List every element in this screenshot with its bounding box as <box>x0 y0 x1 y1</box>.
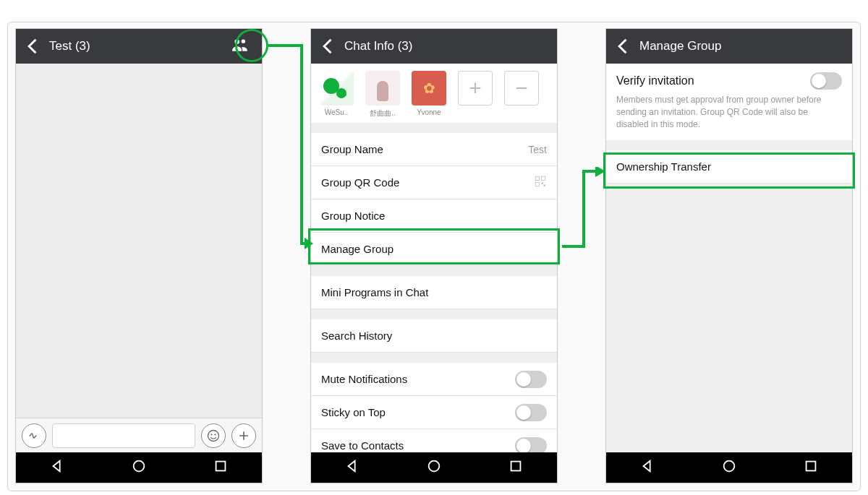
row-label: Mute Notifications <box>321 373 407 385</box>
android-navbar <box>606 452 852 483</box>
toggle-off-icon[interactable] <box>515 371 547 388</box>
member-name: WeSu.. <box>325 108 349 116</box>
row-mute[interactable]: Mute Notifications <box>311 363 557 396</box>
row-label: Manage Group <box>321 243 393 255</box>
svg-rect-4 <box>216 462 226 471</box>
row-mini-programs[interactable]: Mini Programs in Chat <box>311 276 557 309</box>
minus-icon: − <box>504 71 539 106</box>
row-label: Group Notice <box>321 210 385 222</box>
add-member-button[interactable]: + <box>454 71 496 119</box>
tutorial-arrow-1 <box>265 43 316 252</box>
android-navbar <box>16 452 262 483</box>
nav-recent-icon[interactable] <box>803 458 819 477</box>
member-name: Yvonne <box>417 108 441 116</box>
chat-members-button[interactable] <box>226 29 255 64</box>
nav-recent-icon[interactable] <box>213 458 229 477</box>
member-grid: WeSu.. 舒曲曲.. Yvonne + − <box>311 64 557 123</box>
row-value: Test <box>528 144 547 155</box>
row-group-name[interactable]: Group Name Test <box>311 133 557 166</box>
phone-chat-info: Chat Info (3) WeSu.. 舒曲曲.. Yvonne + <box>310 28 558 483</box>
row-ownership-transfer[interactable]: Ownership Transfer <box>606 150 852 184</box>
android-navbar <box>311 452 557 483</box>
remove-member-button[interactable]: − <box>501 71 542 119</box>
row-label: Save to Contacts <box>321 439 404 452</box>
nav-recent-icon[interactable] <box>508 458 524 477</box>
svg-point-10 <box>429 461 440 472</box>
separator <box>311 353 557 363</box>
nav-home-icon[interactable] <box>426 458 442 477</box>
row-group-notice[interactable]: Group Notice <box>311 199 557 233</box>
manage-body: Verify invitation Members must get appro… <box>606 64 852 452</box>
plus-icon: + <box>458 71 493 106</box>
avatar <box>319 71 354 106</box>
plus-icon[interactable] <box>231 423 256 448</box>
message-input[interactable] <box>52 423 195 448</box>
qr-icon <box>534 175 547 190</box>
svg-rect-7 <box>535 183 539 186</box>
row-group-qr[interactable]: Group QR Code <box>311 166 557 199</box>
chatinfo-body: WeSu.. 舒曲曲.. Yvonne + − Grou <box>311 64 557 452</box>
tutorial-stage: Test (3) <box>7 22 861 491</box>
row-label: Group Name <box>321 143 383 155</box>
people-icon <box>231 35 250 57</box>
avatar <box>365 71 400 106</box>
chat-title: Test (3) <box>49 39 90 53</box>
nav-home-icon[interactable] <box>131 458 147 477</box>
chatinfo-title: Chat Info (3) <box>344 39 413 53</box>
member-item[interactable]: Yvonne <box>408 71 450 119</box>
svg-rect-11 <box>511 462 521 471</box>
svg-rect-5 <box>535 176 539 180</box>
separator <box>311 309 557 319</box>
nav-home-icon[interactable] <box>721 458 737 477</box>
verify-description: Members must get approval from group own… <box>616 94 842 130</box>
svg-rect-6 <box>542 176 545 180</box>
member-item[interactable]: 舒曲曲.. <box>362 71 404 119</box>
member-item[interactable]: WeSu.. <box>315 71 357 119</box>
manage-title: Manage Group <box>639 39 721 53</box>
svg-point-12 <box>724 461 735 472</box>
back-icon[interactable] <box>23 36 43 56</box>
chat-body <box>16 64 262 452</box>
row-label: Mini Programs in Chat <box>321 286 428 298</box>
back-icon[interactable] <box>318 36 339 56</box>
svg-rect-13 <box>807 462 816 471</box>
svg-rect-9 <box>544 185 545 186</box>
row-search-history[interactable]: Search History <box>311 319 557 353</box>
svg-point-0 <box>208 430 219 441</box>
tutorial-arrow-2 <box>559 167 610 254</box>
row-label: Search History <box>321 330 392 342</box>
toggle-off-icon[interactable] <box>810 72 842 90</box>
phone-manage-group: Manage Group Verify invitation Members m… <box>605 28 853 483</box>
row-label: Ownership Transfer <box>616 160 711 173</box>
separator <box>311 266 557 276</box>
toggle-off-icon[interactable] <box>515 437 547 453</box>
manage-header: Manage Group <box>606 29 852 64</box>
verify-invitation-block: Verify invitation Members must get appro… <box>606 64 852 140</box>
svg-point-3 <box>134 461 145 472</box>
toggle-off-icon[interactable] <box>515 404 547 421</box>
phone-chat: Test (3) <box>15 28 263 483</box>
separator <box>311 123 557 133</box>
row-manage-group[interactable]: Manage Group <box>311 233 557 266</box>
back-icon[interactable] <box>613 36 634 56</box>
separator <box>606 140 852 150</box>
chat-header: Test (3) <box>16 29 262 64</box>
nav-back-icon[interactable] <box>344 458 360 477</box>
member-name: 舒曲曲.. <box>370 108 396 119</box>
row-save-contacts[interactable]: Save to Contacts <box>311 429 557 452</box>
row-label: Sticky on Top <box>321 406 386 418</box>
voice-input-icon[interactable] <box>22 423 46 448</box>
chatinfo-header: Chat Info (3) <box>311 29 557 64</box>
nav-back-icon[interactable] <box>49 458 65 477</box>
emoji-icon[interactable] <box>201 423 226 448</box>
nav-back-icon[interactable] <box>639 458 655 477</box>
chat-input-bar <box>16 418 262 452</box>
svg-rect-8 <box>542 183 543 184</box>
chat-messages-area[interactable] <box>16 64 262 418</box>
row-label: Group QR Code <box>321 176 399 189</box>
svg-point-1 <box>210 434 212 435</box>
avatar <box>412 71 446 106</box>
row-sticky[interactable]: Sticky on Top <box>311 396 557 429</box>
svg-point-2 <box>214 434 216 435</box>
verify-label: Verify invitation <box>616 74 694 87</box>
